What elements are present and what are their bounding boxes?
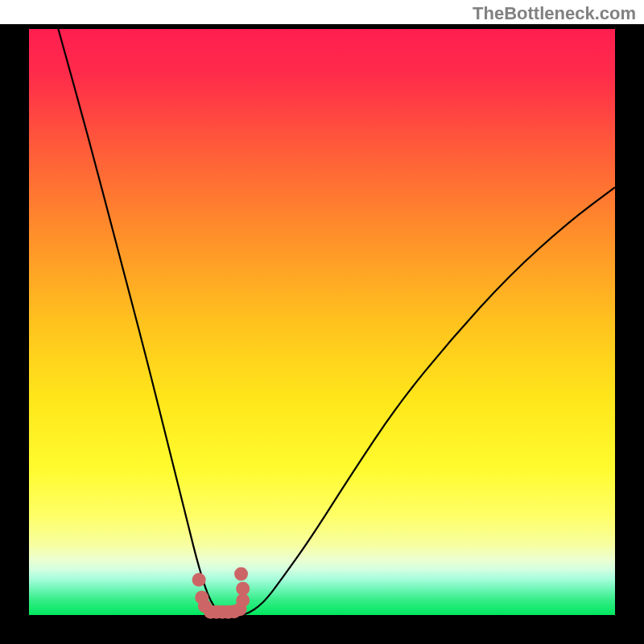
fit-marker (234, 568, 248, 581)
fit-marker (236, 593, 250, 607)
plot-area (29, 29, 615, 615)
chart-container: TheBottleneck.com (0, 0, 644, 644)
fit-marker (236, 582, 250, 596)
fit-marker (192, 573, 206, 587)
bottleneck-chart (0, 0, 644, 644)
watermark-text: TheBottleneck.com (473, 3, 636, 24)
